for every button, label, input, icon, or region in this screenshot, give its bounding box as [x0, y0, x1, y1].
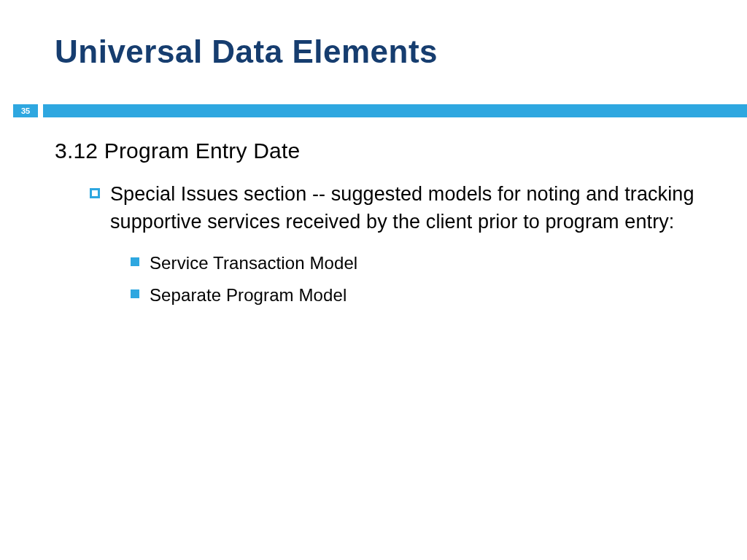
bullet-text: Separate Program Model: [150, 283, 347, 308]
bullet-outline-icon: [90, 188, 100, 198]
slide-title: Universal Data Elements: [0, 0, 747, 70]
content-area: 3.12 Program Entry Date Special Issues s…: [55, 139, 703, 316]
bullet-text: Special Issues section -- suggested mode…: [110, 181, 703, 236]
accent-row: 35: [0, 104, 747, 117]
section-heading: 3.12 Program Entry Date: [55, 139, 703, 163]
page-number: 35: [13, 104, 38, 117]
bullet-text: Service Transaction Model: [150, 251, 357, 276]
accent-bar: [43, 104, 747, 117]
list-item: Service Transaction Model: [131, 251, 703, 276]
bullet-fill-icon: [131, 257, 139, 266]
list-item: Separate Program Model: [131, 283, 703, 308]
list-item: Special Issues section -- suggested mode…: [90, 181, 703, 236]
bullet-fill-icon: [131, 289, 139, 298]
